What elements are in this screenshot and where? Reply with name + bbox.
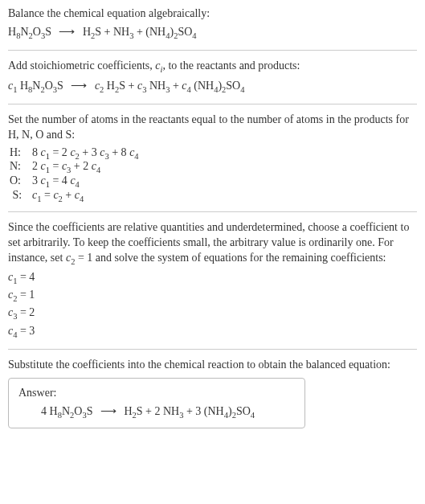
answer-instruction: Substitute the coefficients into the che… [8, 358, 417, 373]
problem-title: Balance the chemical equation algebraica… [8, 6, 417, 22]
coefficient-value: c2 = 1 [8, 287, 417, 305]
element-label: O: [10, 174, 32, 189]
section-answer: Substitute the coefficients into the che… [8, 358, 417, 428]
element-label: S: [10, 189, 32, 203]
section-coefficients: Add stoichiometric coefficients, ci, to … [8, 59, 417, 96]
coefficient-value: c3 = 2 [8, 305, 417, 322]
reaction-arrow: ⟶ [96, 405, 121, 417]
coefficient-value: c4 = 3 [8, 323, 417, 341]
element-equation: 2 c1 = c3 + 2 c4 [32, 160, 100, 174]
element-equation: 8 c1 = 2 c2 + 3 c3 + 8 c4 [32, 146, 139, 161]
unbalanced-equation: H8N2O3S ⟶ H2S + NH3 + (NH4)2SO4 [8, 25, 417, 42]
atom-balance-table: H: 8 c1 = 2 c2 + 3 c3 + 8 c4 N: 2 c1 = c… [10, 146, 417, 203]
answer-box: Answer: 4 H8N2O3S ⟶ H2S + 2 NH3 + 3 (NH4… [8, 378, 305, 428]
reaction-arrow: ⟶ [66, 80, 92, 92]
coefficient-solutions: c1 = 4 c2 = 1 c3 = 2 c4 = 3 [8, 269, 417, 342]
table-row: N: 2 c1 = c3 + 2 c4 [10, 160, 417, 174]
section-solve: Since the coefficients are relative quan… [8, 220, 417, 342]
solve-instruction: Since the coefficients are relative quan… [8, 220, 417, 268]
element-label: N: [10, 160, 32, 174]
divider [8, 104, 417, 104]
coefficient-equation: c1 H8N2O3S ⟶ c2 H2S + c3 NH3 + c4 (NH4)2… [8, 79, 417, 96]
divider [8, 50, 417, 51]
table-row: O: 3 c1 = 4 c4 [10, 174, 417, 189]
answer-label: Answer: [18, 387, 295, 400]
atom-balance-instruction: Set the number of atoms in the reactants… [8, 113, 417, 143]
section-atom-balance: Set the number of atoms in the reactants… [8, 113, 417, 203]
balanced-equation: 4 H8N2O3S ⟶ H2S + 2 NH3 + 3 (NH4)2SO4 [18, 404, 295, 420]
table-row: S: c1 = c2 + c4 [10, 189, 417, 203]
element-equation: 3 c1 = 4 c4 [32, 174, 80, 189]
divider [8, 211, 417, 212]
element-equation: c1 = c2 + c4 [32, 189, 84, 203]
divider [8, 349, 417, 350]
table-row: H: 8 c1 = 2 c2 + 3 c3 + 8 c4 [10, 146, 417, 161]
section-problem: Balance the chemical equation algebraica… [8, 6, 417, 42]
coefficients-instruction: Add stoichiometric coefficients, ci, to … [8, 59, 417, 76]
reaction-arrow: ⟶ [54, 26, 80, 38]
element-label: H: [10, 146, 32, 161]
coefficient-value: c1 = 4 [8, 269, 417, 287]
